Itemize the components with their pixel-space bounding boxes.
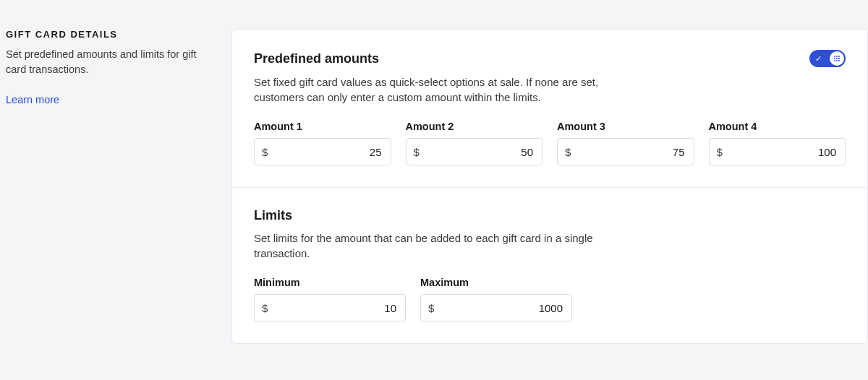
sidebar-heading: GIFT CARD DETAILS <box>6 29 214 40</box>
predefined-amounts-title: Predefined amounts <box>254 51 379 66</box>
svg-point-8 <box>838 60 840 61</box>
amount-3-label: Amount 3 <box>557 121 694 132</box>
limits-description: Set limits for the amount that can be ad… <box>254 230 644 261</box>
svg-point-5 <box>838 58 840 59</box>
svg-point-2 <box>838 56 840 57</box>
predefined-amounts-section: Predefined amounts ✓ Set fixed gift card… <box>232 30 867 187</box>
amount-2-input[interactable] <box>406 138 543 165</box>
amount-2-label: Amount 2 <box>406 121 543 132</box>
amount-3-input[interactable] <box>557 138 694 165</box>
svg-point-4 <box>836 58 838 59</box>
sidebar: GIFT CARD DETAILS Set predefined amounts… <box>6 29 214 106</box>
amount-3-field: Amount 3 $ <box>557 121 694 165</box>
svg-point-7 <box>836 60 838 61</box>
svg-point-6 <box>834 60 835 61</box>
limits-title: Limits <box>254 208 846 223</box>
amount-4-label: Amount 4 <box>709 121 846 132</box>
maximum-label: Maximum <box>420 277 572 288</box>
amount-2-field: Amount 2 $ <box>406 121 543 165</box>
maximum-field: Maximum $ <box>420 277 572 321</box>
settings-card: Predefined amounts ✓ Set fixed gift card… <box>231 29 868 344</box>
check-icon: ✓ <box>815 55 822 63</box>
sidebar-description: Set predefined amounts and limits for gi… <box>6 47 214 77</box>
amount-1-input[interactable] <box>254 138 391 165</box>
limits-section: Limits Set limits for the amount that ca… <box>232 187 867 343</box>
svg-point-3 <box>834 58 835 59</box>
toggle-knob <box>830 51 844 66</box>
maximum-input[interactable] <box>420 294 572 321</box>
predefined-amounts-description: Set fixed gift card values as quick-sele… <box>254 74 644 105</box>
amount-1-label: Amount 1 <box>254 121 391 132</box>
amounts-row: Amount 1 $ Amount 2 $ Amount 3 <box>254 121 846 165</box>
predefined-amounts-toggle[interactable]: ✓ <box>809 50 846 67</box>
svg-point-0 <box>834 56 835 57</box>
amount-4-field: Amount 4 $ <box>709 121 846 165</box>
svg-point-1 <box>836 56 838 57</box>
grip-icon <box>833 54 841 63</box>
amount-4-input[interactable] <box>709 138 846 165</box>
minimum-label: Minimum <box>254 277 406 288</box>
minimum-input[interactable] <box>254 294 406 321</box>
minimum-field: Minimum $ <box>254 277 406 321</box>
limits-row: Minimum $ Maximum $ <box>254 277 846 321</box>
amount-1-field: Amount 1 $ <box>254 121 391 165</box>
learn-more-link[interactable]: Learn more <box>6 94 59 105</box>
